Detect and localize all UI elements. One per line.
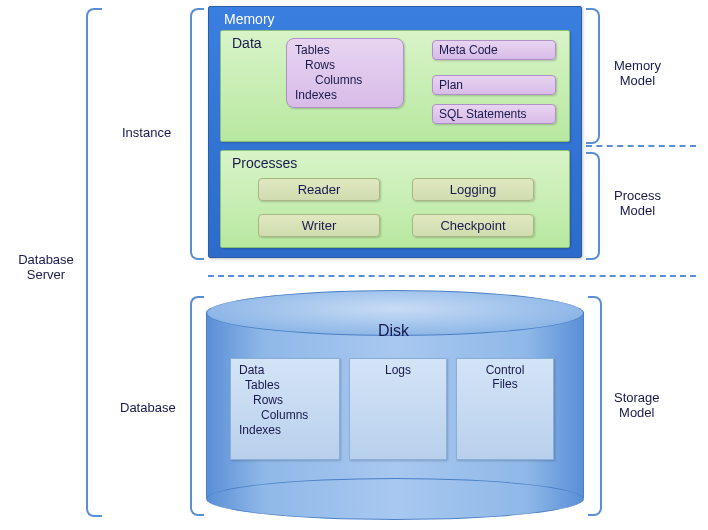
checkpoint: Checkpoint <box>412 214 534 237</box>
data-title: Data <box>232 35 262 51</box>
process-model-label: Process Model <box>614 188 661 218</box>
instance-label: Instance <box>122 125 171 140</box>
database-label: Database <box>120 400 176 415</box>
dash1 <box>586 145 696 147</box>
l2: Columns <box>295 73 362 87</box>
meta-code: Meta Code <box>432 40 556 60</box>
memory-label: Memory <box>224 11 275 27</box>
disk-label: Disk <box>378 322 409 340</box>
dash2 <box>208 275 696 277</box>
brace-server <box>86 8 102 517</box>
d4: Indexes <box>239 423 281 437</box>
d1: Tables <box>239 378 280 392</box>
brace-instance <box>190 8 204 260</box>
d2: Rows <box>239 393 283 407</box>
brace-process <box>586 152 600 260</box>
diagram: Memory Data Tables Rows Columns Indexes … <box>0 0 708 530</box>
plan: Plan <box>432 75 556 95</box>
server-label: Database Server <box>14 252 78 282</box>
brace-memory <box>586 8 600 144</box>
processes-title: Processes <box>232 155 297 171</box>
tables-block: Tables Rows Columns Indexes <box>286 38 404 108</box>
l0: Tables <box>295 43 330 57</box>
sql-stmts: SQL Statements <box>432 104 556 124</box>
memory-model-label: Memory Model <box>614 58 661 88</box>
writer: Writer <box>258 214 380 237</box>
logging: Logging <box>412 178 534 201</box>
l3: Indexes <box>295 88 337 102</box>
l1: Rows <box>295 58 335 72</box>
brace-storage <box>588 296 602 516</box>
storage-model-label: Storage Model <box>614 390 660 420</box>
disk-logs: Logs <box>349 358 447 460</box>
disk-data: Data Tables Rows Columns Indexes <box>230 358 340 460</box>
brace-database <box>190 296 204 516</box>
reader: Reader <box>258 178 380 201</box>
d0: Data <box>239 363 264 377</box>
disk-control: Control Files <box>456 358 554 460</box>
d3: Columns <box>239 408 308 422</box>
